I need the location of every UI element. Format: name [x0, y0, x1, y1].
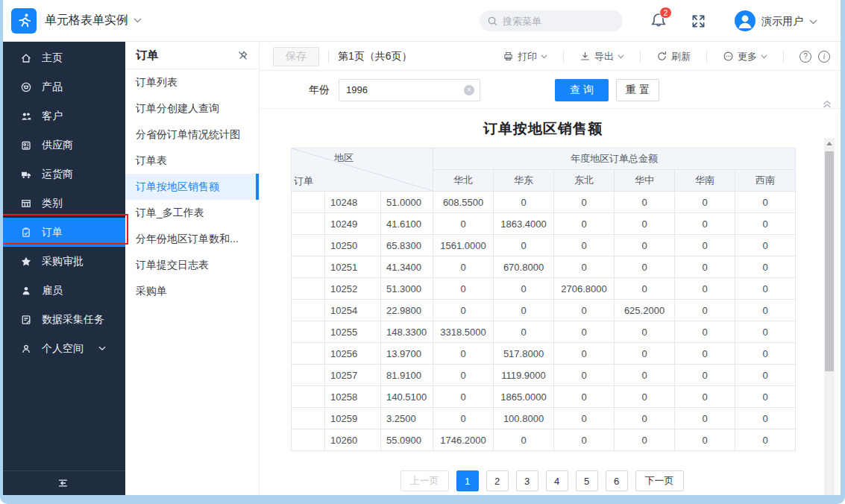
reset-button[interactable]: 重 置	[616, 79, 659, 101]
order-id-cell: 10255	[325, 321, 381, 343]
sidebar-collapse-icon	[57, 477, 69, 489]
sidebar-item-employees[interactable]: 雇员	[0, 276, 125, 305]
report-viewport: 订单按地区销售额 地区 订单 年度地区订单总金	[260, 110, 824, 466]
scroll-up-icon	[826, 142, 832, 145]
page-button-4[interactable]: 4	[546, 470, 568, 491]
help-icon[interactable]: ?	[800, 51, 811, 63]
sidebar-item-customers[interactable]: 客户	[0, 101, 125, 130]
sidebar-item-label: 雇员	[42, 284, 63, 297]
user-avatar[interactable]	[735, 10, 756, 31]
chevron-down-icon	[761, 54, 767, 59]
query-button[interactable]: 查 询	[555, 79, 609, 101]
notification-badge: 2	[659, 7, 672, 19]
scrollbar-thumb[interactable]	[825, 151, 834, 371]
info-icon[interactable]: i	[818, 51, 830, 63]
notifications-button[interactable]: 2	[650, 12, 670, 31]
chevron-down-icon	[541, 54, 547, 59]
submenu-item-multi-worksheet[interactable]: 订单_多工作表	[125, 200, 259, 226]
table-header-row: 地区 订单 年度地区订单总金额	[292, 148, 796, 170]
col-header-region: 华南	[675, 170, 735, 192]
corner-label-order: 订单	[294, 174, 313, 188]
sidebar-item-suppliers[interactable]: 供应商	[0, 130, 125, 160]
logo-icon	[15, 12, 33, 30]
submenu-item-yearly-region-orders[interactable]: 分年份地区订单数和...	[125, 226, 259, 252]
page-button-5[interactable]: 5	[576, 470, 598, 491]
submenu-item-submit-log[interactable]: 订单提交日志表	[125, 252, 259, 278]
menu-search[interactable]	[480, 10, 623, 31]
order-amount-cell: 22.9800	[381, 300, 433, 321]
sidebar-item-home[interactable]: 主页	[0, 43, 125, 72]
submenu-title: 订单	[136, 48, 158, 63]
submenu-item-sales-by-region[interactable]: 订单按地区销售额	[125, 174, 259, 200]
scroll-down-icon	[826, 495, 832, 499]
toolbar-divider	[328, 50, 329, 63]
refresh-button[interactable]: 刷新	[656, 50, 691, 63]
save-button[interactable]: 保存	[273, 47, 319, 66]
submenu-item-purchase-order[interactable]: 采购单	[125, 278, 259, 304]
chevron-down-icon	[133, 18, 142, 23]
parameter-panel: 年份 查 询 重 置	[260, 72, 841, 109]
page-info: 第1页（共6页）	[338, 50, 412, 63]
next-page-button[interactable]: 下一页	[635, 470, 684, 491]
export-button[interactable]: 导出	[579, 50, 624, 63]
home-icon	[20, 52, 32, 64]
sidebar-item-purchase-approval[interactable]: 采购审批	[0, 247, 125, 276]
orders-icon	[20, 227, 32, 239]
main-sidebar: 主页 产品 客户 供应商	[0, 42, 125, 495]
sidebar-item-shippers[interactable]: 运货商	[0, 160, 125, 189]
scroll-down-button[interactable]	[824, 491, 835, 502]
col-header-region: 东北	[554, 170, 615, 192]
app-title-menu[interactable]: 单元格表单实例	[45, 13, 142, 28]
print-button[interactable]: 打印	[503, 50, 547, 63]
sidebar-item-label: 产品	[42, 81, 63, 94]
year-input[interactable]	[339, 79, 480, 101]
sidebar-item-personal-space[interactable]: 个人空间	[0, 334, 125, 363]
page-button-3[interactable]: 3	[516, 470, 538, 491]
clear-icon[interactable]	[464, 85, 474, 95]
orders-submenu-panel: 订单 订单列表 订单分创建人查询 分省份订单情况统计图 订单表 订单按地区销售额…	[125, 42, 260, 495]
page-button-6[interactable]: 6	[606, 470, 628, 491]
prev-page-button[interactable]: 上一页	[400, 470, 449, 491]
suppliers-icon	[20, 139, 32, 151]
order-amount-cell: 51.3000	[381, 278, 433, 300]
chevron-down-icon	[618, 54, 624, 59]
page-button-2[interactable]: 2	[486, 470, 509, 491]
group-header: 年度地区订单总金额	[433, 148, 796, 170]
collapse-filter-icon	[822, 99, 832, 109]
submenu-item-order-by-creator[interactable]: 订单分创建人查询	[125, 95, 259, 122]
sidebar-item-products[interactable]: 产品	[0, 72, 125, 101]
vertical-scrollbar[interactable]	[824, 138, 835, 502]
sidebar-item-label: 运货商	[42, 168, 73, 181]
sidebar-item-orders[interactable]: 订单	[0, 218, 125, 247]
sidebar-item-categories[interactable]: 类别	[0, 189, 125, 218]
submenu-item-order-list[interactable]: 订单列表	[125, 69, 259, 95]
order-amount-cell: 51.0000	[381, 192, 433, 213]
main-content: 保存 第1页（共6页） 打印	[260, 42, 841, 495]
collapse-filter-panel-button[interactable]	[822, 99, 832, 109]
sidebar-collapse-button[interactable]	[0, 470, 125, 495]
order-id-cell: 10251	[325, 256, 381, 278]
more-button[interactable]: 更多	[723, 50, 767, 63]
sidebar-item-label: 采购审批	[42, 255, 84, 268]
table-row: 10256 13.9700 0 517.8000 0 0 0 0	[292, 343, 796, 365]
export-icon	[579, 51, 591, 62]
order-id-cell: 10254	[325, 300, 381, 321]
sidebar-item-data-collection[interactable]: 数据采集任务	[0, 305, 125, 334]
fullscreen-button[interactable]	[691, 14, 706, 28]
submenu-item-province-stats[interactable]: 分省份订单情况统计图	[125, 122, 259, 148]
submenu-item-order-table[interactable]: 订单表	[125, 148, 259, 174]
table-row: 10260 55.0900 1746.2000 0 0 0 0 0	[292, 429, 796, 451]
sidebar-item-label: 类别	[42, 197, 63, 210]
app-logo[interactable]	[11, 8, 37, 34]
user-menu[interactable]: 演示用户	[761, 15, 817, 28]
scroll-up-button[interactable]	[824, 138, 835, 148]
pin-icon[interactable]	[237, 50, 248, 61]
search-input[interactable]	[503, 16, 600, 27]
page-button-1[interactable]: 1	[456, 470, 479, 491]
sidebar-item-label: 主页	[42, 51, 63, 65]
sidebar-item-label: 供应商	[42, 139, 73, 152]
table-row: 10254 22.9800 0 0 0 625.2000 0 0	[292, 300, 796, 321]
order-id-cell: 10250	[325, 235, 381, 256]
sidebar-item-label: 客户	[42, 110, 63, 123]
chevron-down-icon	[98, 346, 106, 351]
